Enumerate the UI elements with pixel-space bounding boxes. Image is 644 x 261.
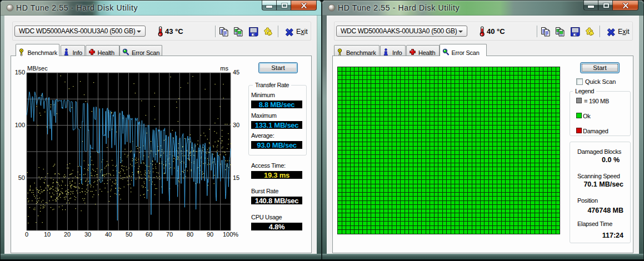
- svg-text:MB/sec: MB/sec: [27, 65, 48, 72]
- svg-text:10: 10: [44, 231, 51, 238]
- svg-text:30: 30: [84, 231, 91, 238]
- svg-text:40: 40: [105, 231, 112, 238]
- svg-text:80: 80: [187, 231, 193, 238]
- svg-text:50: 50: [18, 174, 25, 181]
- svg-text:150: 150: [15, 69, 25, 76]
- svg-text:30: 30: [233, 122, 239, 128]
- svg-text:45: 45: [233, 69, 239, 76]
- svg-text:100: 100: [15, 122, 25, 128]
- svg-text:15: 15: [233, 174, 239, 181]
- svg-text:100%: 100%: [223, 231, 238, 238]
- svg-text:20: 20: [64, 231, 71, 238]
- svg-text:90: 90: [207, 231, 213, 238]
- svg-text:0: 0: [25, 231, 28, 238]
- svg-text:ms: ms: [220, 65, 228, 72]
- svg-text:60: 60: [146, 231, 152, 238]
- svg-text:70: 70: [166, 231, 173, 238]
- svg-text:50: 50: [126, 231, 132, 238]
